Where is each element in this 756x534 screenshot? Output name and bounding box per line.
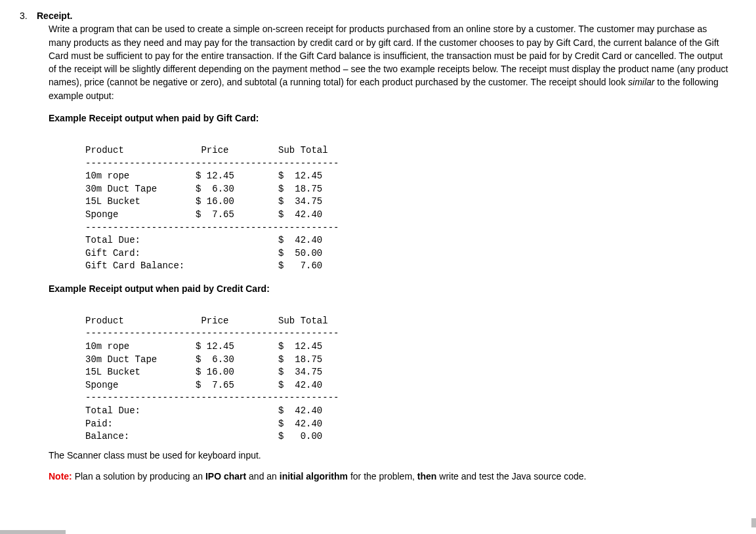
problem-description: Write a program that can be used to crea…	[49, 22, 730, 102]
question-title: Receipt.	[37, 9, 72, 22]
receipt-row: 30m Duct Tape $ 6.30 $ 18.75	[85, 184, 322, 194]
note-c: for the problem,	[348, 471, 417, 482]
receipt-row: Sponge $ 7.65 $ 42.40	[85, 380, 322, 390]
divider: ----------------------------------------…	[85, 328, 339, 339]
question-number: 3.	[20, 9, 37, 22]
note-a: Plan a solution by producing an	[72, 471, 205, 482]
planning-note: Note: Plan a solution by producing an IP…	[49, 470, 730, 483]
heading-credit-card: Example Receipt output when paid by Cred…	[49, 282, 730, 295]
heading-gift-card: Example Receipt output when paid by Gift…	[49, 112, 730, 125]
receipt-gift-card: Product Price Sub Total ----------------…	[85, 131, 730, 273]
receipt-row: 10m rope $ 12.45 $ 12.45	[85, 171, 322, 181]
receipt-row: 15L Bucket $ 16.00 $ 34.75	[85, 196, 322, 207]
summary-row: Gift Card Balance: $ 7.60	[85, 260, 322, 271]
summary-row: Total Due: $ 42.40	[85, 235, 322, 245]
scanner-note: The Scanner class must be used for keybo…	[49, 449, 730, 462]
divider: ----------------------------------------…	[85, 392, 339, 403]
receipt-credit-card: Product Price Sub Total ----------------…	[85, 302, 730, 443]
note-d: write and test the Java source code.	[436, 471, 586, 482]
summary-row: Paid: $ 42.40	[85, 419, 322, 429]
receipt-row: Sponge $ 7.65 $ 42.40	[85, 209, 322, 220]
note-algo: initial algorithm	[280, 471, 348, 482]
receipt-header: Product Price Sub Total	[85, 145, 328, 155]
receipt-row: 10m rope $ 12.45 $ 12.45	[85, 341, 322, 352]
summary-row: Total Due: $ 42.40	[85, 405, 322, 416]
desc-part-a: Write a program that can be used to crea…	[49, 24, 728, 87]
desc-similar: similar	[628, 77, 654, 87]
receipt-header: Product Price Sub Total	[85, 316, 328, 326]
divider: ----------------------------------------…	[85, 158, 339, 169]
note-then: then	[417, 471, 437, 482]
summary-row: Gift Card: $ 50.00	[85, 248, 322, 258]
note-b: and an	[246, 471, 280, 482]
receipt-row: 30m Duct Tape $ 6.30 $ 18.75	[85, 354, 322, 365]
receipt-row: 15L Bucket $ 16.00 $ 34.75	[85, 367, 322, 377]
summary-row: Balance: $ 0.00	[85, 431, 322, 442]
note-label: Note:	[49, 471, 72, 482]
note-ipo: IPO chart	[205, 471, 246, 482]
divider: ----------------------------------------…	[85, 222, 339, 233]
